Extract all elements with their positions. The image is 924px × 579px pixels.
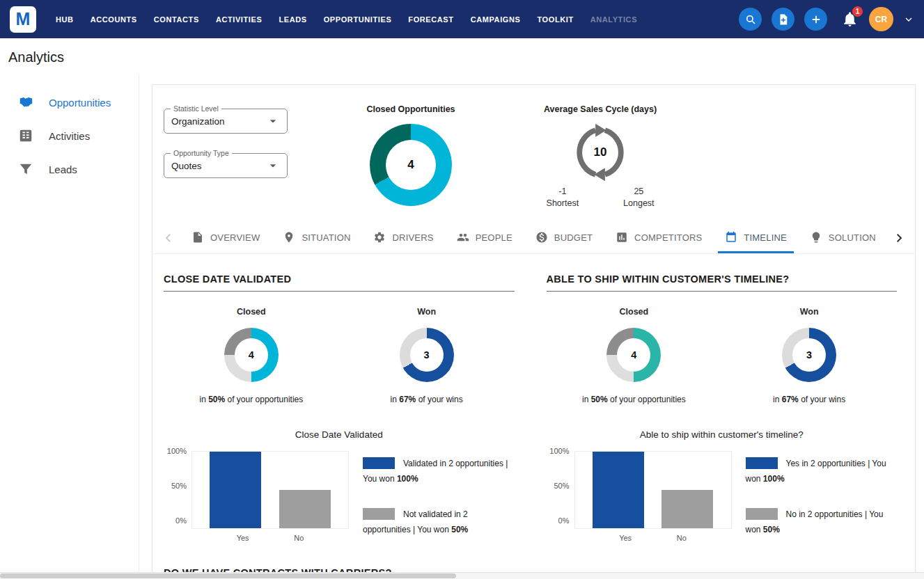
file-icon (191, 231, 204, 244)
plus-icon (810, 13, 822, 26)
won-donut-cell: Won 3 in 67% of your wins (339, 307, 515, 404)
tab-people[interactable]: PEOPLE (450, 222, 519, 253)
analytics-sidebar: Opportunities Activities Leads (0, 74, 139, 579)
nav-forecast[interactable]: FORECAST (400, 8, 462, 31)
able-to-ship-chart: Able to ship within customer's timeline?… (547, 429, 898, 542)
shortest-cycle: -1 Shortest (547, 187, 579, 208)
nav-hub[interactable]: HUB (47, 8, 82, 31)
tab-timeline[interactable]: TIMELINE (718, 222, 794, 253)
won-donut: 3 (782, 328, 836, 382)
lightbulb-icon (810, 231, 822, 244)
nav-analytics[interactable]: ANALYTICS (582, 8, 645, 31)
timeline-sections: CLOSE DATE VALIDATED Closed 4 in 50% of … (152, 254, 915, 542)
x-axis-labels: Yes No (191, 534, 349, 542)
nav-opportunities[interactable]: OPPORTUNITIES (315, 8, 400, 31)
sidebar-item-activities[interactable]: Activities (0, 119, 139, 152)
page-content: Opportunities Activities Leads Statistic… (0, 74, 924, 579)
plot-area (191, 451, 349, 529)
sales-cycle-value: 10 (594, 145, 607, 159)
opportunity-type-select[interactable]: Opportunity Type Quotes (164, 153, 288, 178)
nav-activities[interactable]: ACTIVITIES (207, 8, 271, 31)
tab-drivers[interactable]: DRIVERS (366, 222, 440, 253)
chevron-right-icon (893, 232, 905, 244)
new-document-button[interactable] (772, 8, 794, 31)
nav-accounts[interactable]: ACCOUNTS (82, 8, 146, 31)
dollar-circle-icon (535, 231, 548, 244)
sidebar-item-label: Leads (49, 164, 77, 175)
notifications-button[interactable]: 1 (841, 10, 859, 29)
shortest-value: -1 (547, 187, 579, 196)
statistic-level-label: Statistic Level (171, 104, 221, 113)
donut-title: Won (417, 307, 436, 317)
tabs: OVERVIEW SITUATION DRIVERS PEOPLE BUDGET (179, 222, 888, 253)
add-button[interactable] (804, 8, 827, 31)
account-menu-button[interactable] (903, 14, 914, 25)
legend-swatch-blue (746, 457, 778, 469)
page-title: Analytics (0, 38, 924, 74)
tab-situation[interactable]: SITUATION (276, 222, 357, 253)
legend-swatch-blue (363, 457, 395, 469)
tab-label: SITUATION (302, 232, 350, 243)
bar-chart-icon (616, 231, 628, 244)
tab-solution[interactable]: SOLUTION (803, 222, 883, 253)
search-icon (744, 13, 757, 26)
chart-title: Close Date Validated (164, 429, 515, 440)
y-axis: 100% 50% 0% (547, 447, 574, 525)
tab-label: SOLUTION (829, 232, 876, 243)
horizontal-scrollbar-thumb[interactable] (0, 573, 456, 578)
bar-no (661, 490, 713, 528)
nav-contacts[interactable]: CONTACTS (146, 8, 207, 31)
closed-opportunities-donut: 4 (370, 124, 452, 206)
opportunity-type-label: Opportunity Type (171, 149, 232, 157)
search-button[interactable] (739, 8, 762, 31)
tab-label: DRIVERS (392, 232, 433, 243)
donut-caption: in 50% of your opportunities (582, 395, 686, 404)
legend-item: Yes in 2 opportunities | You won 100% (746, 457, 898, 486)
donut-caption: in 67% of your wins (391, 395, 463, 404)
app-logo[interactable]: M (10, 6, 36, 33)
legend-item: No in 2 opportunities | You won 50% (746, 507, 898, 537)
tabs-scroll-left-button[interactable] (158, 226, 179, 250)
top-navigation-bar: M HUB ACCOUNTS CONTACTS ACTIVITIES LEADS… (0, 0, 924, 38)
list-icon (18, 128, 33, 143)
closed-opportunities-kpi: Closed Opportunities 4 (324, 104, 498, 208)
bar-no (279, 490, 331, 528)
opportunity-type-value: Quotes (171, 161, 202, 171)
section-title: ABLE TO SHIP WITHIN CUSTOMER'S TIMELINE? (547, 273, 898, 292)
tab-label: OVERVIEW (210, 232, 260, 243)
nav-toolkit[interactable]: TOOLKIT (528, 8, 581, 31)
legend-swatch-gray (363, 508, 395, 520)
horizontal-scrollbar[interactable] (0, 572, 924, 579)
sales-cycle-gauge: 10 (570, 122, 630, 182)
tab-label: TIMELINE (744, 232, 787, 243)
chevron-down-icon (903, 14, 914, 25)
nav-leads[interactable]: LEADS (270, 8, 315, 31)
closed-donut: 4 (224, 328, 279, 382)
nav-campaigns[interactable]: CAMPAIGNS (462, 8, 529, 31)
donut-title: Won (800, 307, 819, 317)
won-donut-cell: Won 3 in 67% of your wins (721, 307, 897, 404)
sidebar-item-opportunities[interactable]: Opportunities (0, 86, 139, 119)
sales-cycle-kpi: Average Sales Cycle (days) 10 -1 Shortes… (544, 104, 657, 208)
legend-swatch-gray (746, 508, 778, 520)
sidebar-item-leads[interactable]: Leads (0, 152, 139, 186)
statistic-level-select[interactable]: Statistic Level Organization (164, 109, 288, 134)
tab-overview[interactable]: OVERVIEW (185, 222, 267, 253)
tab-budget[interactable]: BUDGET (528, 222, 600, 253)
bar-yes (210, 452, 261, 528)
filters: Statistic Level Organization Opportunity… (164, 109, 288, 208)
longest-label: Longest (623, 198, 654, 208)
donut-caption: in 67% of your wins (773, 395, 845, 404)
kpi-row: Statistic Level Organization Opportunity… (152, 85, 915, 208)
tab-label: COMPETITORS (634, 232, 702, 243)
sidebar-item-label: Opportunities (49, 97, 111, 109)
won-donut: 3 (400, 328, 454, 382)
handshake-icon (18, 95, 33, 110)
bar-yes (593, 452, 644, 528)
tab-competitors[interactable]: COMPETITORS (609, 222, 709, 253)
tabs-scroll-right-button[interactable] (888, 226, 909, 250)
avatar[interactable]: CR (869, 7, 893, 31)
notification-badge: 1 (852, 6, 863, 17)
chart-title: Able to ship within customer's timeline? (547, 429, 898, 440)
y-axis: 100% 50% 0% (164, 447, 191, 525)
